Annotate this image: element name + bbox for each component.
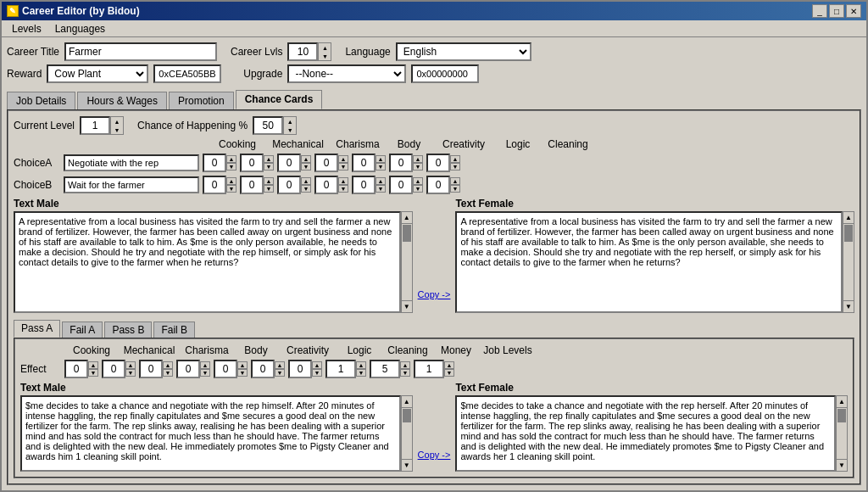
choice-b-mech-down[interactable]: ▼ — [264, 185, 274, 193]
choice-b-char-down[interactable]: ▼ — [301, 185, 311, 193]
choice-a-mech-input[interactable] — [240, 154, 264, 172]
choice-b-char-input[interactable] — [277, 176, 301, 194]
eff-cook-up[interactable]: ▲ — [88, 361, 98, 369]
chance-down[interactable]: ▼ — [284, 126, 296, 134]
eff-char-down[interactable]: ▼ — [163, 369, 173, 377]
tab-hours-wages[interactable]: Hours & Wages — [77, 92, 167, 109]
choice-a-creat-input[interactable] — [352, 154, 376, 172]
outcome-text-female-textarea[interactable]: $me decides to take a chance and negotia… — [455, 395, 836, 472]
eff-char-up[interactable]: ▲ — [163, 361, 173, 369]
choice-a-cook-down[interactable]: ▼ — [226, 163, 236, 171]
choice-b-cook-input[interactable] — [203, 176, 226, 194]
choice-a-logic-down[interactable]: ▼ — [413, 163, 423, 171]
eff-joblvl1-down[interactable]: ▼ — [400, 369, 410, 377]
eff-clean-down[interactable]: ▼ — [312, 369, 322, 377]
eff-joblvl2-up[interactable]: ▲ — [444, 361, 454, 369]
eff-mech-down[interactable]: ▼ — [125, 369, 136, 377]
current-level-input[interactable] — [80, 116, 110, 135]
choice-a-body-input[interactable] — [314, 154, 338, 172]
outcome-copy-button[interactable]: Copy -> — [418, 450, 451, 460]
choice-a-creat-up[interactable]: ▲ — [376, 155, 386, 163]
text-male-textarea[interactable]: A representative from a local business h… — [14, 211, 401, 313]
eff-money-up[interactable]: ▲ — [356, 361, 366, 369]
chance-input[interactable] — [253, 116, 283, 135]
text-female-scroll-down[interactable]: ▼ — [843, 300, 854, 312]
eff-cook-input[interactable] — [64, 360, 88, 378]
maximize-button[interactable]: □ — [829, 4, 844, 18]
menu-levels[interactable]: Levels — [5, 22, 48, 35]
choice-a-body-down[interactable]: ▼ — [338, 163, 348, 171]
choice-a-char-down[interactable]: ▼ — [301, 163, 311, 171]
choice-b-cook-up[interactable]: ▲ — [226, 177, 236, 185]
choice-b-body-input[interactable] — [314, 176, 338, 194]
eff-creat-input[interactable] — [214, 360, 237, 378]
career-lvls-up[interactable]: ▲ — [319, 43, 331, 52]
choice-a-char-input[interactable] — [277, 154, 301, 172]
text-female-textarea[interactable]: A representative from a local business h… — [455, 211, 843, 313]
career-lvls-input[interactable] — [287, 42, 318, 61]
choice-b-clean-down[interactable]: ▼ — [450, 185, 460, 193]
choice-a-logic-input[interactable] — [389, 154, 413, 172]
eff-joblvl1-input[interactable] — [370, 360, 400, 378]
choice-a-mech-up[interactable]: ▲ — [264, 155, 274, 163]
choice-a-clean-input[interactable] — [426, 154, 450, 172]
choice-b-body-down[interactable]: ▼ — [338, 185, 348, 193]
eff-mech-up[interactable]: ▲ — [125, 361, 136, 369]
tab-promotion[interactable]: Promotion — [169, 92, 234, 109]
outcome-text-male-textarea[interactable]: $me decides to take a chance and negotia… — [20, 395, 401, 472]
choice-a-mech-down[interactable]: ▼ — [264, 163, 274, 171]
eff-joblvl1-up[interactable]: ▲ — [400, 361, 410, 369]
current-level-down[interactable]: ▼ — [111, 126, 123, 134]
outcome-male-scroll-up[interactable]: ▲ — [402, 396, 412, 408]
current-level-up[interactable]: ▲ — [111, 117, 123, 126]
choice-b-cook-down[interactable]: ▼ — [226, 185, 236, 193]
eff-body-down[interactable]: ▼ — [200, 369, 210, 377]
choice-b-char-up[interactable]: ▲ — [301, 177, 311, 185]
choice-b-creat-down[interactable]: ▼ — [376, 185, 386, 193]
sub-tab-fail-a[interactable]: Fail A — [62, 321, 103, 338]
eff-mech-input[interactable] — [102, 360, 125, 378]
eff-creat-up[interactable]: ▲ — [237, 361, 248, 369]
tab-job-details[interactable]: Job Details — [7, 92, 75, 109]
eff-cook-down[interactable]: ▼ — [88, 369, 98, 377]
copy-button[interactable]: Copy -> — [418, 289, 451, 299]
minimize-button[interactable]: _ — [812, 4, 827, 18]
choice-a-cook-up[interactable]: ▲ — [226, 155, 236, 163]
choice-a-clean-down[interactable]: ▼ — [450, 163, 460, 171]
outcome-male-scroll-down[interactable]: ▼ — [402, 459, 412, 471]
eff-logic-up[interactable]: ▲ — [275, 361, 285, 369]
outcome-female-scroll-up[interactable]: ▲ — [837, 396, 847, 408]
career-lvls-down[interactable]: ▼ — [319, 52, 331, 60]
eff-joblvl2-input[interactable] — [414, 360, 444, 378]
chance-up[interactable]: ▲ — [284, 117, 296, 126]
choice-a-text[interactable] — [64, 154, 199, 171]
text-female-scroll-up[interactable]: ▲ — [843, 212, 854, 224]
menu-languages[interactable]: Languages — [48, 22, 112, 35]
choice-a-creat-down[interactable]: ▼ — [376, 163, 386, 171]
eff-logic-down[interactable]: ▼ — [275, 369, 285, 377]
choice-b-text[interactable] — [64, 176, 199, 193]
eff-creat-down[interactable]: ▼ — [237, 369, 248, 377]
choice-b-clean-input[interactable] — [426, 176, 450, 194]
choice-b-logic-up[interactable]: ▲ — [413, 177, 423, 185]
choice-a-cook-input[interactable] — [203, 154, 226, 172]
eff-body-up[interactable]: ▲ — [200, 361, 210, 369]
eff-char-input[interactable] — [139, 360, 163, 378]
close-button[interactable]: ✕ — [846, 4, 861, 18]
reward-select[interactable]: Cow Plant None — [47, 64, 148, 83]
choice-b-clean-up[interactable]: ▲ — [450, 177, 460, 185]
choice-b-body-up[interactable]: ▲ — [338, 177, 348, 185]
eff-money-input[interactable] — [326, 360, 356, 378]
choice-a-char-up[interactable]: ▲ — [301, 155, 311, 163]
tab-chance-cards[interactable]: Chance Cards — [236, 90, 323, 109]
language-select[interactable]: English French German — [396, 42, 531, 61]
eff-clean-up[interactable]: ▲ — [312, 361, 322, 369]
choice-a-logic-up[interactable]: ▲ — [413, 155, 423, 163]
choice-b-creat-input[interactable] — [352, 176, 376, 194]
upgrade-select[interactable]: --None-- — [287, 64, 406, 83]
sub-tab-fail-b[interactable]: Fail B — [153, 321, 195, 338]
choice-b-mech-input[interactable] — [240, 176, 264, 194]
choice-b-creat-up[interactable]: ▲ — [376, 177, 386, 185]
eff-logic-input[interactable] — [251, 360, 275, 378]
choice-a-clean-up[interactable]: ▲ — [450, 155, 460, 163]
